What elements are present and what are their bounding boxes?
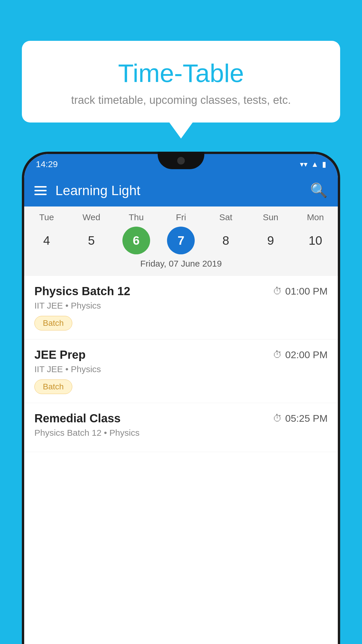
search-icon[interactable]: 🔍: [310, 182, 328, 199]
status-icons: ▾▾ ▲ ▮: [300, 160, 326, 169]
schedule-item-1-subtitle: IIT JEE • Physics: [34, 301, 328, 311]
schedule-item-3-subtitle: Physics Batch 12 • Physics: [34, 428, 328, 438]
clock-icon-3: ⏱: [273, 413, 282, 424]
schedule-item-2-header: JEE Prep ⏱ 02:00 PM: [34, 348, 328, 361]
schedule-item-1-header: Physics Batch 12 ⏱ 01:00 PM: [34, 285, 328, 298]
status-time: 14:29: [36, 159, 58, 169]
day-7-selected[interactable]: 7: [167, 227, 195, 254]
day-9[interactable]: 9: [257, 227, 284, 254]
hamburger-line-3: [34, 194, 47, 195]
screen-content: 14:29 ▾▾ ▲ ▮ Learning Light 🔍: [24, 154, 338, 644]
hamburger-menu-button[interactable]: [34, 186, 47, 195]
day-header-thu: Thu: [117, 212, 155, 222]
day-header-fri: Fri: [162, 212, 200, 222]
speech-bubble-arrow: [169, 123, 193, 139]
schedule-item-3-time: ⏱ 05:25 PM: [273, 413, 328, 424]
schedule-item-3-header: Remedial Class ⏱ 05:25 PM: [34, 412, 328, 425]
schedule-item-2-title: JEE Prep: [34, 348, 86, 361]
day-header-tue: Tue: [28, 212, 66, 222]
day-headers: Tue Wed Thu Fri Sat Sun Mon: [24, 212, 338, 222]
selected-date-label: Friday, 07 June 2019: [24, 259, 338, 272]
clock-icon-1: ⏱: [273, 286, 282, 297]
schedule-item-1[interactable]: Physics Batch 12 ⏱ 01:00 PM IIT JEE • Ph…: [24, 276, 338, 340]
clock-icon-2: ⏱: [273, 349, 282, 360]
day-header-sat: Sat: [207, 212, 245, 222]
speech-bubble: Time-Table track timetable, upcoming cla…: [22, 41, 340, 123]
schedule-item-3[interactable]: Remedial Class ⏱ 05:25 PM Physics Batch …: [24, 403, 338, 452]
battery-icon: ▮: [322, 160, 326, 169]
schedule-item-1-time: ⏱ 01:00 PM: [273, 286, 328, 297]
calendar-strip: Tue Wed Thu Fri Sat Sun Mon 4 5 6 7 8 9 …: [24, 206, 338, 276]
hamburger-line-2: [34, 190, 47, 191]
schedule-item-2-badge: Batch: [34, 379, 72, 394]
schedule-item-3-title: Remedial Class: [34, 412, 121, 425]
day-numbers: 4 5 6 7 8 9 10: [24, 227, 338, 254]
phone-notch: [158, 152, 204, 169]
app-bar-title: Learning Light: [55, 183, 310, 198]
phone-screen: 14:29 ▾▾ ▲ ▮ Learning Light 🔍: [24, 154, 338, 644]
signal-icon: ▲: [311, 160, 319, 169]
app-bar: Learning Light 🔍: [24, 174, 338, 206]
front-camera: [177, 157, 185, 164]
schedule-list: Physics Batch 12 ⏱ 01:00 PM IIT JEE • Ph…: [24, 276, 338, 644]
speech-bubble-subtitle: track timetable, upcoming classes, tests…: [39, 94, 323, 106]
day-header-sun: Sun: [252, 212, 289, 222]
day-header-wed: Wed: [73, 212, 110, 222]
day-header-mon: Mon: [296, 212, 334, 222]
day-8[interactable]: 8: [212, 227, 240, 254]
wifi-icon: ▾▾: [300, 160, 307, 169]
day-4[interactable]: 4: [33, 227, 60, 254]
phone-mockup: 14:29 ▾▾ ▲ ▮ Learning Light 🔍: [22, 152, 340, 644]
schedule-item-2[interactable]: JEE Prep ⏱ 02:00 PM IIT JEE • Physics Ba…: [24, 340, 338, 403]
schedule-item-1-badge: Batch: [34, 316, 72, 330]
hamburger-line-1: [34, 186, 47, 188]
schedule-item-2-subtitle: IIT JEE • Physics: [34, 364, 328, 374]
day-5[interactable]: 5: [78, 227, 105, 254]
speech-bubble-container: Time-Table track timetable, upcoming cla…: [22, 41, 340, 139]
day-10[interactable]: 10: [302, 227, 329, 254]
speech-bubble-title: Time-Table: [39, 58, 323, 88]
schedule-item-1-title: Physics Batch 12: [34, 285, 130, 298]
schedule-item-2-time: ⏱ 02:00 PM: [273, 349, 328, 360]
day-6-today[interactable]: 6: [122, 227, 150, 254]
